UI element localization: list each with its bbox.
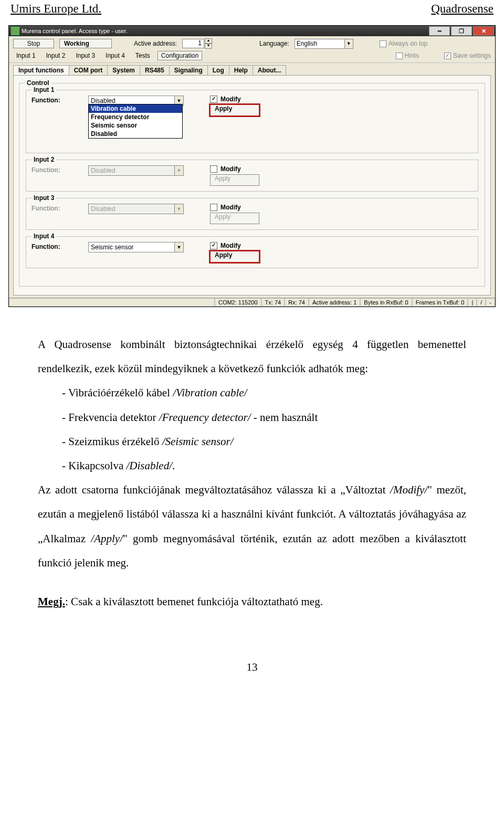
status-bar: COM2: 115200 Tx: 74 Rx: 74 Active addres… [9, 298, 495, 307]
option-vibration-cable[interactable]: Vibration cable [89, 104, 182, 113]
maximize-button[interactable]: ❐ [451, 26, 472, 36]
input-2-legend: Input 2 [32, 156, 56, 163]
chevron-down-icon: ▼ [174, 166, 183, 175]
option-disabled[interactable]: Disabled [89, 130, 182, 138]
control-legend: Control [25, 79, 51, 87]
menu-input-1[interactable]: Input 1 [13, 51, 39, 60]
list-item: Szeizmikus érzékelő /Seismic sensor/ [62, 429, 466, 454]
menu-input-3[interactable]: Input 3 [72, 51, 98, 60]
tab-about[interactable]: About... [253, 65, 287, 75]
chevron-down-icon: ▼ [174, 243, 183, 252]
page-number: 13 [0, 661, 504, 674]
list-item: Vibrációérzékelő kábel /Vibration cable/ [62, 381, 466, 405]
input-3-apply-button: Apply [210, 213, 259, 224]
status-tail-1: | [468, 298, 477, 307]
tab-help[interactable]: Help [229, 65, 253, 75]
tab-com-port[interactable]: COM port [69, 65, 108, 75]
input-2-function-select: Disabled ▼ [88, 165, 184, 176]
note-label: Megj. [38, 595, 65, 608]
document-body: A Quadrosense kombinált biztonságtechnik… [38, 332, 466, 614]
input-4-apply-button[interactable]: Apply [210, 251, 259, 262]
hints-checkbox[interactable]: Hints [396, 52, 419, 59]
header-left: Umirs Europe Ltd. [10, 2, 101, 16]
input-4-legend: Input 4 [32, 233, 56, 240]
option-seismic-sensor[interactable]: Seismic sensor [89, 121, 182, 130]
status-rx: Rx: 74 [285, 298, 309, 307]
input-3-function-select: Disabled ▼ [88, 204, 184, 214]
input-4-function-select[interactable]: Seismic sensor ▼ [88, 242, 184, 252]
status-txbuf: Frames in TxBuf: 0 [412, 298, 468, 307]
function-label: Function: [32, 165, 82, 174]
active-address-label: Active address: [134, 40, 177, 47]
subtab-bar: Input functions COM port System RS485 Si… [9, 63, 495, 75]
input-4-group: Input 4 Function: Seismic sensor ▼ Modif… [26, 236, 478, 268]
function-label: Function: [32, 96, 82, 104]
input-3-modify-checkbox[interactable]: Modify [210, 204, 259, 211]
app-window: Murena control panel. Access type - user… [8, 25, 496, 307]
chevron-down-icon: ▼ [344, 39, 353, 48]
status-addr: Active address: 1 [309, 298, 360, 307]
window-title: Murena control panel. Access type - user… [22, 28, 128, 34]
status-tx: Tx: 74 [261, 298, 285, 307]
close-button[interactable]: ✕ [473, 26, 494, 36]
input-1-modify-checkbox[interactable]: Modify [210, 96, 259, 103]
header-right: Quadrosense [431, 2, 494, 16]
list-item: Kikapcsolva /Disabled/. [62, 454, 466, 478]
paragraph-1: A Quadrosense kombinált biztonságtechnik… [38, 332, 466, 381]
tab-input-functions[interactable]: Input functions [13, 65, 69, 75]
function-label: Function: [32, 242, 82, 250]
input-2-modify-checkbox[interactable]: Modify [210, 165, 259, 173]
working-button[interactable]: Working [59, 39, 112, 48]
status-com: COM2: 115200 [215, 298, 261, 307]
note: Megj.: Csak a kiválasztott bemenet funkc… [38, 589, 466, 614]
tab-signaling[interactable]: Signaling [169, 65, 208, 75]
input-4-modify-checkbox[interactable]: Modify [210, 242, 259, 249]
status-rxbuf: Bytes in RxBuf: 0 [360, 298, 412, 307]
active-address-input[interactable]: 1 ▲▼ [182, 38, 212, 49]
menu-input-4[interactable]: Input 4 [102, 51, 128, 60]
input-2-group: Input 2 Function: Disabled ▼ Modify Appl… [26, 160, 478, 192]
feature-list: Vibrációérzékelő kábel /Vibration cable/… [62, 381, 466, 478]
input-1-function-dropdown[interactable]: Vibration cable Frequency detector Seism… [88, 104, 183, 139]
paragraph-2: Az adott csatorna funkciójának megváltoz… [38, 478, 466, 575]
language-combo[interactable]: English ▼ [295, 39, 353, 49]
panel: Control Input 1 Function: Disabled ▼ Mod… [13, 75, 491, 296]
chevron-down-icon: ▼ [174, 204, 183, 214]
input-1-apply-button[interactable]: Apply [210, 104, 259, 116]
status-tail-2: / [477, 298, 486, 307]
app-icon [11, 27, 19, 35]
tab-system[interactable]: System [107, 65, 140, 75]
active-address-value[interactable]: 1 [182, 39, 204, 48]
language-value: English [295, 40, 344, 47]
function-label: Function: [32, 204, 82, 212]
input-3-legend: Input 3 [32, 194, 56, 202]
status-tail-3: - [486, 298, 495, 307]
input-1-group: Input 1 Function: Disabled ▼ Modify Appl… [26, 90, 478, 153]
menu-tests[interactable]: Tests [132, 51, 153, 60]
language-label: Language: [259, 40, 289, 47]
input-3-group: Input 3 Function: Disabled ▼ Modify Appl… [26, 198, 478, 230]
tab-rs485[interactable]: RS485 [140, 65, 170, 75]
tab-log[interactable]: Log [207, 65, 229, 75]
toolbar: Stop Working Active address: 1 ▲▼ Langua… [9, 36, 495, 63]
input-1-legend: Input 1 [32, 86, 56, 93]
active-address-spinner[interactable]: ▲▼ [205, 38, 212, 49]
minimize-button[interactable]: ━ [429, 26, 450, 36]
menu-configuration[interactable]: Configuration [158, 51, 202, 60]
stop-button[interactable]: Stop [13, 39, 54, 48]
titlebar: Murena control panel. Access type - user… [9, 26, 495, 36]
save-settings-checkbox[interactable]: Save settings [444, 52, 491, 59]
always-on-top-checkbox[interactable]: Always on top [380, 40, 428, 47]
input-2-apply-button: Apply [210, 174, 259, 186]
page-header: Umirs Europe Ltd. Quadrosense [0, 0, 504, 16]
list-item: Frekvencia detektor /Frequency detector/… [62, 405, 466, 429]
option-frequency-detector[interactable]: Frequency detector [89, 113, 182, 121]
menu-input-2[interactable]: Input 2 [43, 51, 69, 60]
control-group: Control Input 1 Function: Disabled ▼ Mod… [19, 83, 485, 287]
